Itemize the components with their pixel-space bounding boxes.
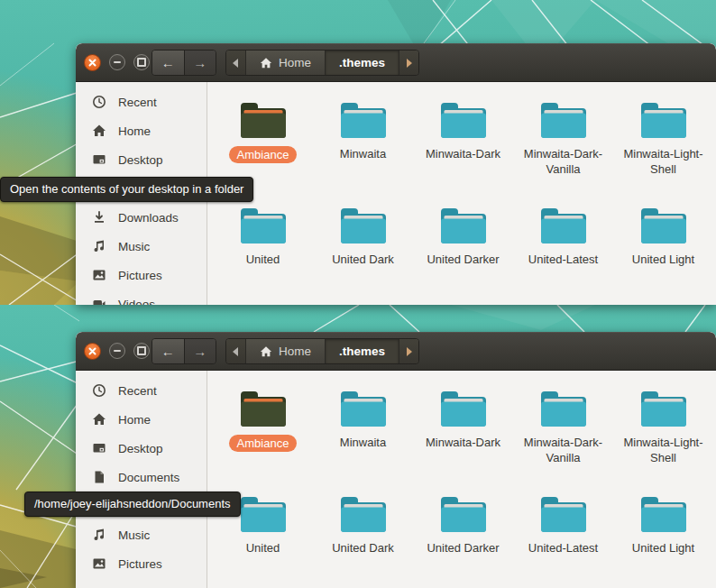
folder-label: Minwaita-Light-Shell [620, 435, 707, 465]
sidebar-item-label: Pictures [118, 269, 162, 282]
close-button[interactable] [84, 54, 101, 71]
folder-united-dark[interactable]: United Dark [317, 200, 410, 305]
sidebar-item-music[interactable]: Music [76, 232, 207, 261]
sidebar-item-recent[interactable]: Recent [76, 87, 207, 116]
folder-minwaita[interactable]: Minwaita [317, 95, 410, 200]
sidebar-item-label: Home [118, 124, 151, 138]
folder-label: United Darker [427, 540, 499, 556]
chevron-right-icon [406, 59, 412, 68]
folder-icon [239, 492, 288, 534]
document-icon [92, 470, 106, 484]
clock-icon [92, 95, 106, 109]
tooltip-documents-path: /home/joey-elijahsneddon/Documents [24, 492, 241, 517]
folder-united-latest[interactable]: United-Latest [517, 489, 610, 588]
folder-icon [439, 492, 488, 534]
maximize-button[interactable] [133, 54, 150, 70]
minimize-button[interactable] [109, 54, 125, 70]
window-controls [84, 332, 150, 370]
minimize-button[interactable] [109, 343, 125, 359]
breadcrumb-label: Home [279, 56, 311, 69]
close-button[interactable] [84, 343, 101, 360]
music-icon [92, 239, 106, 253]
folder-united-darker[interactable]: United Darker [417, 489, 510, 588]
maximize-button[interactable] [133, 343, 150, 359]
folder-label: Minwaita-Dark-Vanilla [520, 435, 607, 465]
sidebar-item-videos[interactable]: Videos [76, 578, 207, 588]
chevron-left-icon [233, 347, 239, 356]
folder-united-dark[interactable]: United Dark [317, 489, 410, 588]
history-nav: ← → [151, 50, 216, 76]
sidebar-item-recent[interactable]: Recent [76, 376, 207, 405]
folder-minwaita-light-shell[interactable]: Minwaita-Light-Shell [617, 95, 711, 200]
places-sidebar: RecentHomeDesktopDocumentsDownloadsMusic… [76, 371, 207, 588]
minimize-icon [114, 350, 121, 352]
folder-label: United Light [632, 540, 694, 556]
folder-icon-selected [239, 98, 288, 140]
folder-label: United Dark [332, 540, 394, 556]
sidebar-item-home[interactable]: Home [76, 116, 207, 145]
sidebar-item-downloads[interactable]: Downloads [76, 203, 207, 232]
folder-united-light[interactable]: United Light [617, 200, 711, 305]
folder-ambiance[interactable]: Ambiance [216, 383, 310, 489]
titlebar[interactable]: ← → Home .themes [76, 43, 716, 82]
close-icon [88, 59, 96, 67]
folder-label: Minwaita [340, 146, 386, 161]
folder-minwaita-dark-vanilla[interactable]: Minwaita-Dark-Vanilla [517, 383, 610, 489]
folder-united[interactable]: United [216, 200, 310, 305]
breadcrumb-item-home[interactable]: Home [246, 339, 326, 363]
folder-minwaita-dark[interactable]: Minwaita-Dark [417, 383, 510, 489]
folder-minwaita-dark[interactable]: Minwaita-Dark [417, 95, 510, 200]
sidebar-item-label: Videos [118, 298, 155, 306]
forward-button[interactable]: → [185, 51, 216, 75]
home-icon [92, 124, 106, 138]
folder-icon [339, 204, 388, 245]
folder-icon [339, 98, 388, 140]
folder-label: Minwaita-Dark-Vanilla [520, 146, 607, 177]
folder-minwaita-light-shell[interactable]: Minwaita-Light-Shell [617, 383, 711, 489]
sidebar-item-pictures[interactable]: Pictures [76, 261, 207, 289]
breadcrumb: Home .themes [225, 338, 419, 364]
sidebar-item-documents[interactable]: Documents [76, 463, 207, 492]
folder-icon [439, 204, 488, 245]
folder-view: AmbianceMinwaitaMinwaita-DarkMinwaita-Da… [207, 371, 716, 588]
folder-icon [639, 204, 688, 245]
folder-icon [439, 387, 488, 428]
breadcrumb-label: .themes [339, 345, 385, 358]
sidebar-item-desktop[interactable]: Desktop [76, 145, 207, 174]
file-manager-window-top: ← → Home .themes RecentHomeDesktopDocume… [76, 43, 716, 305]
breadcrumb-prev-button[interactable] [226, 51, 246, 75]
sidebar-item-music[interactable]: Music [76, 520, 207, 549]
folder-label: United Light [632, 252, 694, 267]
breadcrumb-item-themes[interactable]: .themes [326, 339, 399, 363]
download-icon [92, 210, 106, 225]
sidebar-item-pictures[interactable]: Pictures [76, 549, 207, 578]
forward-button[interactable]: → [185, 339, 216, 363]
folder-icon-selected [239, 387, 288, 428]
window-controls [84, 43, 150, 81]
sidebar-item-label: Home [118, 413, 151, 427]
folder-minwaita[interactable]: Minwaita [317, 383, 410, 489]
folder-icon [339, 387, 388, 428]
chevron-left-icon [233, 59, 239, 68]
back-button[interactable]: ← [152, 339, 185, 363]
folder-label: United-Latest [528, 252, 598, 267]
sidebar-item-videos[interactable]: Videos [76, 289, 207, 305]
folder-united-darker[interactable]: United Darker [417, 200, 510, 305]
sidebar-item-label: Recent [118, 96, 157, 109]
sidebar-item-label: Pictures [118, 557, 162, 571]
breadcrumb-next-button[interactable] [399, 339, 418, 363]
breadcrumb-item-themes[interactable]: .themes [326, 51, 399, 75]
breadcrumb-next-button[interactable] [399, 51, 418, 75]
chevron-right-icon [406, 347, 412, 356]
tooltip-desktop: Open the contents of your desktop in a f… [0, 177, 253, 202]
back-button[interactable]: ← [152, 51, 185, 75]
folder-united-latest[interactable]: United-Latest [517, 200, 610, 305]
breadcrumb-item-home[interactable]: Home [246, 51, 326, 75]
sidebar-item-desktop[interactable]: Desktop [76, 434, 207, 463]
breadcrumb-prev-button[interactable] [226, 339, 246, 363]
sidebar-item-home[interactable]: Home [76, 405, 207, 434]
folder-united-light[interactable]: United Light [617, 489, 711, 588]
folder-minwaita-dark-vanilla[interactable]: Minwaita-Dark-Vanilla [517, 95, 610, 200]
folder-label: Ambiance [229, 146, 298, 163]
titlebar[interactable]: ← → Home .themes [76, 332, 716, 371]
